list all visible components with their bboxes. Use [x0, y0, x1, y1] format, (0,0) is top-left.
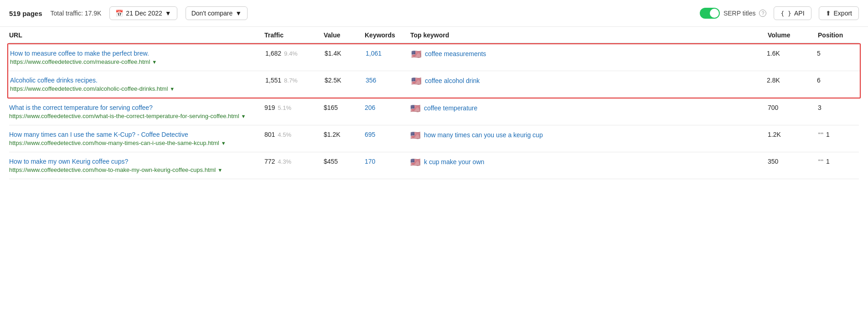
table-row: Alcoholic coffee drinks recipes. https:/…	[8, 71, 860, 98]
page-title-link[interactable]: What is the correct temperature for serv…	[9, 104, 153, 111]
url-text: https://www.coffeedetective.com/measure-…	[10, 58, 150, 65]
traffic-number: 1,551	[265, 77, 281, 84]
col-traffic: Traffic	[264, 31, 324, 39]
compare-button[interactable]: Don't compare ▼	[186, 6, 248, 20]
cell-top-keyword: 🇺🇸 coffee alcohol drink	[411, 77, 767, 86]
serp-titles-label: SERP titles	[723, 10, 756, 17]
url-path: https://www.coffeedetective.com/measure-…	[10, 58, 265, 65]
traffic-number: 801	[264, 131, 275, 138]
cell-keywords[interactable]: 1,061	[366, 50, 411, 57]
cell-top-keyword: 🇺🇸 k cup make your own	[410, 158, 768, 167]
keyword-link[interactable]: coffee temperature	[424, 104, 477, 113]
url-dropdown-icon[interactable]: ▼	[170, 86, 175, 92]
url-dropdown-icon[interactable]: ▼	[217, 167, 222, 173]
traffic-number: 772	[264, 158, 275, 165]
cell-volume: 1.2K	[768, 131, 818, 138]
cell-top-keyword: 🇺🇸 coffee temperature	[410, 104, 768, 113]
cell-keywords[interactable]: 206	[365, 104, 410, 111]
export-icon: ⬆	[826, 10, 831, 17]
export-button[interactable]: ⬆ Export	[819, 6, 859, 20]
cell-position: 6	[817, 77, 858, 84]
api-icon: { }	[780, 10, 791, 17]
table-row: What is the correct temperature for serv…	[9, 98, 859, 125]
position-value: 5	[817, 50, 821, 57]
page-title-link[interactable]: How to measure coffee to make the perfec…	[10, 50, 149, 57]
page-title-link[interactable]: How to make my own Keurig coffee cups?	[9, 158, 128, 165]
keyword-link[interactable]: coffee alcohol drink	[425, 77, 480, 86]
position-value: 1	[826, 158, 830, 165]
data-table: URL Traffic Value Keywords Top keyword V…	[0, 27, 868, 179]
traffic-percent: 4.3%	[278, 158, 291, 165]
date-label: 21 Dec 2022	[126, 10, 162, 17]
country-flag: 🇺🇸	[411, 50, 421, 58]
highlighted-group: How to measure coffee to make the perfec…	[7, 43, 861, 98]
url-dropdown-icon[interactable]: ▼	[241, 114, 246, 119]
col-value: Value	[324, 31, 365, 39]
cell-url: How many times can I use the same K-Cup?…	[9, 131, 264, 146]
cell-traffic: 1,682 9.4%	[265, 50, 325, 57]
page-title-link[interactable]: How many times can I use the same K-Cup?…	[9, 131, 188, 138]
traffic-percent: 8.7%	[284, 77, 298, 84]
date-picker-button[interactable]: 📅 21 Dec 2022 ▼	[109, 6, 177, 20]
cell-traffic: 801 4.5%	[264, 131, 324, 138]
traffic-percent: 9.4%	[284, 50, 298, 57]
cell-traffic: 1,551 8.7%	[265, 77, 325, 84]
keyword-link[interactable]: k cup make your own	[424, 158, 484, 167]
volume-value: 1.2K	[768, 131, 781, 138]
cell-url: How to measure coffee to make the perfec…	[10, 50, 265, 65]
cell-value: $2.5K	[325, 77, 366, 84]
api-button[interactable]: { } API	[774, 6, 811, 20]
url-text: https://www.coffeedetective.com/what-is-…	[9, 113, 239, 119]
url-dropdown-icon[interactable]: ▼	[221, 140, 226, 146]
keyword-link[interactable]: coffee measurements	[425, 50, 486, 59]
cell-value: $1.2K	[324, 131, 365, 138]
cell-value: $1.4K	[325, 50, 366, 57]
cell-volume: 2.8K	[767, 77, 817, 84]
col-top-keyword: Top keyword	[410, 31, 768, 39]
col-position: Position	[818, 31, 859, 39]
quote-icon: ❝❝	[818, 131, 823, 138]
col-keywords: Keywords	[365, 31, 410, 39]
cell-volume: 700	[768, 104, 818, 111]
url-text: https://www.coffeedetective.com/how-to-m…	[9, 166, 216, 173]
country-flag: 🇺🇸	[410, 104, 420, 113]
cell-url: Alcoholic coffee drinks recipes. https:/…	[10, 77, 265, 92]
cell-position: 3	[818, 104, 859, 111]
cell-volume: 1.6K	[767, 50, 817, 57]
calendar-icon: 📅	[115, 10, 123, 17]
url-path: https://www.coffeedetective.com/what-is-…	[9, 113, 264, 119]
country-flag: 🇺🇸	[410, 131, 420, 140]
url-path: https://www.coffeedetective.com/how-many…	[9, 140, 264, 146]
date-dropdown-icon: ▼	[165, 10, 171, 17]
country-flag: 🇺🇸	[411, 77, 421, 85]
traffic-number: 919	[264, 104, 275, 111]
position-value: 3	[818, 104, 822, 111]
table-header: URL Traffic Value Keywords Top keyword V…	[9, 27, 859, 43]
cell-top-keyword: 🇺🇸 coffee measurements	[411, 50, 767, 59]
url-text: https://www.coffeedetective.com/alcoholi…	[10, 85, 168, 92]
cell-top-keyword: 🇺🇸 how many times can you use a keurig c…	[410, 131, 768, 140]
cell-keywords[interactable]: 356	[366, 77, 411, 84]
cell-position: ❝❝ 1	[818, 131, 859, 138]
cell-value: $455	[324, 158, 365, 165]
col-url: URL	[9, 31, 264, 39]
help-icon[interactable]: ?	[759, 10, 766, 17]
cell-traffic: 919 5.1%	[264, 104, 324, 111]
cell-volume: 350	[768, 158, 818, 165]
serp-titles-toggle[interactable]	[700, 8, 720, 19]
keyword-link[interactable]: how many times can you use a keurig cup	[424, 131, 543, 140]
url-dropdown-icon[interactable]: ▼	[152, 59, 157, 65]
table-row: How to measure coffee to make the perfec…	[8, 44, 860, 71]
page-title-link[interactable]: Alcoholic coffee drinks recipes.	[10, 77, 98, 84]
cell-keywords[interactable]: 695	[365, 131, 410, 138]
cell-value: $165	[324, 104, 365, 111]
position-value: 1	[826, 131, 830, 138]
url-path: https://www.coffeedetective.com/how-to-m…	[9, 166, 264, 173]
col-volume: Volume	[768, 31, 818, 39]
cell-keywords[interactable]: 170	[365, 158, 410, 165]
position-value: 6	[817, 77, 821, 84]
country-flag: 🇺🇸	[410, 158, 420, 166]
table-row: How to make my own Keurig coffee cups? h…	[9, 152, 859, 179]
compare-dropdown-icon: ▼	[235, 10, 242, 17]
top-bar: 519 pages Total traffic: 17.9K 📅 21 Dec …	[0, 0, 868, 27]
